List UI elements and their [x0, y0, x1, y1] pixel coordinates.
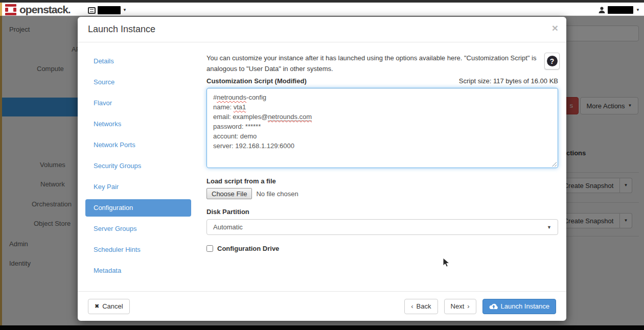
script-line: name: vta1 [213, 102, 551, 112]
launch-instance-button[interactable]: Launch Instance [482, 299, 556, 314]
wizard-step-networks[interactable]: Networks [85, 115, 191, 133]
chevron-down-icon: ▼ [123, 8, 127, 12]
user-name-redacted [608, 6, 633, 14]
modal-header: Launch Instance × [78, 17, 566, 42]
misspelled-word: vta1 [234, 103, 246, 111]
logo-bar-top [5, 4, 16, 7]
wizard-steps: DetailsSourceFlavorNetworksNetwork Ports… [85, 53, 191, 291]
configuration-drive-checkbox[interactable] [206, 245, 213, 252]
wizard-step-security-groups[interactable]: Security Groups [85, 157, 191, 175]
cloud-upload-icon [489, 303, 498, 310]
openstack-logo-icon [5, 4, 16, 15]
back-button[interactable]: ‹ Back [404, 299, 438, 314]
configuration-drive-label: Configuration Drive [217, 245, 279, 252]
project-switcher[interactable]: ▼ [88, 6, 127, 14]
disk-partition-value: Automatic [213, 223, 243, 231]
script-line: #netrounds-config [213, 92, 551, 102]
chevron-right-icon: › [467, 302, 469, 310]
chevron-left-icon: ‹ [411, 302, 413, 310]
wizard-step-details[interactable]: Details [85, 53, 191, 70]
panel-description: You can customize your instance after it… [206, 53, 541, 74]
logo-bar-bottom [5, 13, 16, 15]
misspelled-word: netrounds [217, 93, 246, 101]
question-circle-icon: ? [547, 56, 558, 66]
wizard-step-configuration[interactable]: Configuration [85, 199, 191, 217]
bottom-chrome-strip [0, 325, 644, 330]
file-chosen-status: No file chosen [256, 190, 298, 198]
mouse-cursor [443, 257, 450, 268]
wizard-step-key-pair[interactable]: Key Pair [85, 178, 191, 196]
brand-text: openstack. [19, 4, 71, 15]
close-icon[interactable]: × [552, 22, 558, 34]
modal-body: DetailsSourceFlavorNetworksNetwork Ports… [78, 42, 566, 291]
wizard-step-network-ports[interactable]: Network Ports [85, 136, 191, 154]
wizard-step-scheduler-hints[interactable]: Scheduler Hints [85, 241, 191, 258]
chevron-down-icon: ▼ [636, 8, 640, 12]
user-menu[interactable]: ▼ [599, 6, 640, 14]
wizard-step-metadata[interactable]: Metadata [85, 262, 191, 279]
next-label: Next [451, 302, 465, 310]
disk-partition-select[interactable]: Automatic ▼ [206, 219, 558, 235]
wizard-step-server-groups[interactable]: Server Groups [85, 220, 191, 238]
description-line-1: You can customize your instance after it… [206, 54, 536, 62]
choose-file-button[interactable]: Choose File [206, 188, 252, 199]
user-icon [599, 7, 605, 13]
project-switcher-icon [88, 7, 96, 14]
customization-script-editor[interactable]: #netrounds-configname: vta1email: exampl… [206, 88, 558, 168]
description-line-2: analogous to "User Data" in other system… [206, 65, 333, 73]
project-name-redacted [98, 6, 121, 14]
screen: openstack. ▼ ▼ Project AP Compute Volume… [0, 0, 644, 330]
next-button[interactable]: Next › [444, 299, 476, 314]
script-line: server: 192.168.1.129:6000 [213, 141, 551, 151]
modal-footer: ✖ Cancel ‹ Back Next › Launch Insta [78, 291, 566, 321]
cancel-label: Cancel [102, 302, 123, 310]
x-icon: ✖ [95, 303, 99, 310]
script-size-note: Script size: 117 bytes of 16.00 KB [459, 77, 558, 85]
wizard-step-source[interactable]: Source [85, 74, 191, 91]
customization-script-label: Customization Script (Modified) [206, 77, 307, 85]
launch-instance-modal: Launch Instance × DetailsSourceFlavorNet… [78, 17, 566, 321]
openstack-logo: openstack. [5, 4, 71, 15]
script-line: password: ****** [213, 122, 551, 131]
disk-partition-label: Disk Partition [206, 208, 560, 216]
resize-grip-icon[interactable] [551, 161, 557, 167]
load-script-label: Load script from a file [206, 177, 560, 185]
chevron-down-icon: ▼ [547, 225, 551, 230]
wizard-step-flavor[interactable]: Flavor [85, 95, 191, 112]
back-label: Back [417, 302, 431, 310]
logo-nub-left [5, 8, 8, 12]
misspelled-word: netrounds.com [268, 113, 312, 121]
logo-nub-right [13, 8, 16, 12]
help-button[interactable]: ? [544, 53, 560, 69]
launch-label: Launch Instance [501, 302, 549, 310]
configuration-panel: You can customize your instance after it… [206, 53, 560, 291]
modal-title: Launch Instance [88, 24, 155, 34]
top-navbar: openstack. ▼ ▼ [2, 3, 644, 16]
script-line: email: examples@netrounds.com [213, 112, 551, 122]
cancel-button[interactable]: ✖ Cancel [88, 299, 130, 314]
script-line: account: demo [213, 131, 551, 141]
